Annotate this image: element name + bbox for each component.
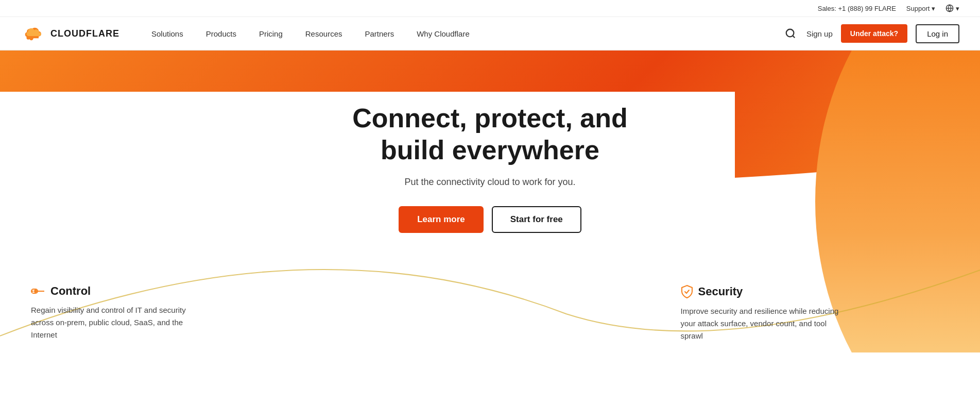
hero-content: Connect, protect, and build everywhere P…: [0, 51, 980, 264]
nav-products[interactable]: Products: [195, 17, 248, 51]
logo[interactable]: CLOUDFLARE: [21, 25, 119, 42]
language-selector[interactable]: ▾: [945, 4, 959, 12]
security-icon: [681, 284, 693, 299]
nav-actions: Sign up Under attack? Log in: [783, 24, 959, 43]
svg-point-2: [786, 29, 794, 37]
svg-point-5: [34, 290, 37, 293]
hero-title: Connect, protect, and build everywhere: [352, 102, 627, 166]
under-attack-button[interactable]: Under attack?: [841, 24, 907, 43]
login-button[interactable]: Log in: [916, 24, 959, 43]
cloudflare-logo-icon: [21, 25, 46, 42]
language-chevron-icon: ▾: [956, 5, 959, 12]
hero-subtitle: Put the connectivity cloud to work for y…: [404, 177, 575, 188]
nav-solutions[interactable]: Solutions: [140, 17, 195, 51]
start-free-button[interactable]: Start for free: [492, 206, 581, 233]
nav-pricing[interactable]: Pricing: [248, 17, 294, 51]
feature-security-desc: Improve security and resilience while re…: [681, 305, 846, 342]
nav-resources[interactable]: Resources: [294, 17, 354, 51]
features-row: Control Regain visibility and control of…: [0, 274, 980, 352]
control-icon: [31, 285, 45, 297]
nav-why-cloudflare[interactable]: Why Cloudflare: [405, 17, 481, 51]
feature-control-title-row: Control: [31, 284, 300, 298]
search-icon: [785, 28, 796, 39]
nav-partners[interactable]: Partners: [353, 17, 405, 51]
signup-button[interactable]: Sign up: [806, 29, 833, 38]
learn-more-button[interactable]: Learn more: [399, 206, 484, 233]
svg-line-3: [793, 36, 795, 38]
chevron-down-icon: ▾: [932, 5, 935, 12]
main-nav: CLOUDFLARE Solutions Products Pricing Re…: [0, 17, 980, 51]
hero-buttons: Learn more Start for free: [399, 206, 581, 233]
feature-control-title: Control: [50, 284, 91, 298]
header-top-bar: Sales: +1 (888) 99 FLARE Support ▾ ▾: [0, 0, 980, 17]
hero-section: Connect, protect, and build everywhere P…: [0, 51, 980, 352]
sales-info: Sales: +1 (888) 99 FLARE: [818, 5, 896, 12]
globe-icon: [945, 4, 954, 12]
feature-security-title: Security: [698, 285, 743, 298]
search-button[interactable]: [783, 26, 798, 41]
feature-control-desc: Regain visibility and control of IT and …: [31, 304, 196, 341]
logo-text: CLOUDFLARE: [50, 28, 119, 39]
feature-security: Security Improve security and resilience…: [681, 274, 950, 352]
feature-security-title-row: Security: [681, 284, 950, 299]
feature-control: Control Regain visibility and control of…: [31, 274, 300, 352]
support-link[interactable]: Support ▾: [906, 5, 935, 12]
nav-links: Solutions Products Pricing Resources Par…: [140, 17, 783, 51]
